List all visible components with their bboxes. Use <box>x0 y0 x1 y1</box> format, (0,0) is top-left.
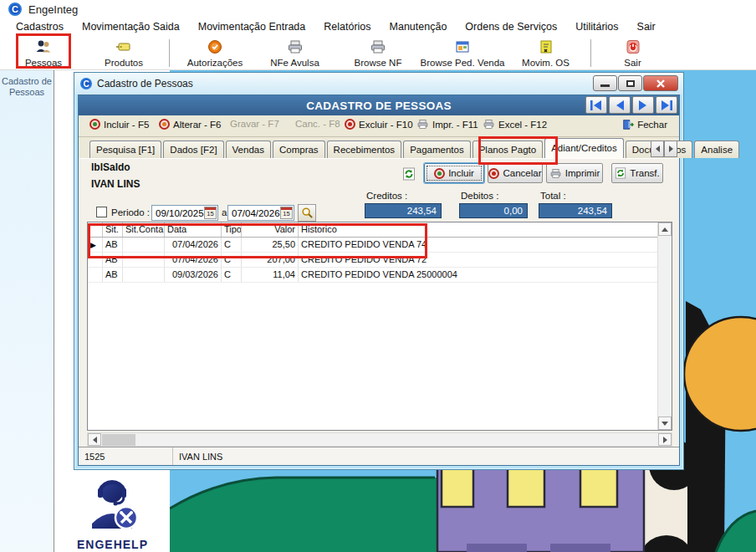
tab-recebimentos[interactable]: Recebimentos <box>327 141 402 158</box>
tab-planos-pagto[interactable]: Planos Pagto <box>472 141 543 158</box>
menu-movimentacao-entrada[interactable]: Movimentação Entrada <box>189 19 315 35</box>
minimize-button[interactable] <box>593 75 617 91</box>
gravar-f7-button[interactable]: Gravar - F7 <box>230 119 279 129</box>
toolbar-produtos-button[interactable]: Produtos <box>86 38 161 69</box>
record-navigator <box>585 96 677 114</box>
creditos-grid[interactable]: Sit. Sit.Conta Data Tipo Valor Historico… <box>87 222 672 431</box>
incluir-icon <box>434 168 445 179</box>
transf-button[interactable]: Transf. <box>611 163 663 183</box>
tab-pagamentos[interactable]: Pagamentos <box>403 141 471 158</box>
excel-f12-button[interactable]: Excel - F12 <box>483 119 547 130</box>
arrow-right-icon <box>663 437 667 443</box>
close-button[interactable] <box>643 75 678 91</box>
toolbar-browse-nf-button[interactable]: Browse NF <box>341 38 415 69</box>
engehelp-panel: ENGEHELP <box>55 470 170 552</box>
menu-movimentacao-saida[interactable]: Movimentação Saida <box>73 19 189 35</box>
tab-vendas[interactable]: Vendas <box>226 141 271 158</box>
service-order-icon <box>538 39 554 54</box>
people-icon <box>35 39 52 54</box>
toolbar-nfe-avulsa-button[interactable]: NFe Avulsa <box>259 38 330 69</box>
grid-row-1[interactable]: ▶ AB 07/04/2026 C 25,50 CREDITO PEDIDO V… <box>88 238 672 253</box>
scrollbar-thumb[interactable] <box>102 434 135 446</box>
grid-horizontal-scrollbar[interactable] <box>87 432 672 447</box>
menu-relatorios[interactable]: Relatórios <box>314 19 380 35</box>
canc-f8-button[interactable]: Canc. - F8 <box>295 119 340 129</box>
incluir-f5-button[interactable]: Incluir - F5 <box>89 119 149 130</box>
arrow-up-icon <box>662 227 668 232</box>
debitos-label: Debitos : <box>461 191 498 201</box>
window-title: Cadastro de Pessoas <box>97 78 193 89</box>
menu-sair[interactable]: Sair <box>628 19 665 35</box>
toolbar-pessoas-button[interactable]: Pessoas <box>18 38 69 69</box>
prev-record-button[interactable] <box>609 96 631 114</box>
toolbar-autorizacoes-button[interactable]: Autorizações <box>177 38 253 69</box>
search-period-button[interactable] <box>298 204 316 222</box>
tab-analise[interactable]: Analise <box>694 141 739 158</box>
excluir-f10-button[interactable]: Excluir - F10 <box>345 119 413 130</box>
maximize-icon <box>626 80 635 87</box>
scroll-left-button[interactable] <box>88 433 101 446</box>
window-titlebar[interactable]: C Cadastro de Pessoas <box>74 73 683 95</box>
col-sit-conta: Sit.Conta <box>123 222 165 237</box>
screen: C EngeInteg Cadastros Movimentação Saida… <box>0 0 756 552</box>
periodo-to-field[interactable]: 07/04/2026 15 <box>227 205 294 221</box>
last-record-button[interactable] <box>656 96 677 114</box>
menu-manutencao[interactable]: Manutenção <box>381 19 457 35</box>
first-record-button[interactable] <box>585 96 607 114</box>
power-icon <box>625 39 641 54</box>
tab-dados[interactable]: Dados [F2] <box>163 141 223 158</box>
tab-bar: Pesquisa [F1] Dados [F2] Vendas Compras … <box>79 137 679 158</box>
scroll-down-button[interactable] <box>658 417 672 430</box>
scroll-right-button[interactable] <box>658 433 672 446</box>
sidebar-caption: Cadastro de Pessoas <box>0 76 54 98</box>
calendar-icon[interactable]: 15 <box>280 207 293 219</box>
printer-icon <box>370 39 386 54</box>
tab-scroll-left-button[interactable] <box>651 141 664 157</box>
toolbar-sair-button[interactable]: Sair <box>597 38 668 69</box>
grid-row-3[interactable]: AB 09/03/2026 C 11,04 CREDITO PEDIDO VEN… <box>88 268 672 283</box>
arrow-left-icon <box>656 146 660 152</box>
toolbar-browse-ped-venda-button[interactable]: Browse Ped. Venda <box>418 38 507 69</box>
scroll-up-button[interactable] <box>658 222 672 236</box>
calendar-icon[interactable]: 15 <box>204 207 217 219</box>
total-value: 243,54 <box>539 203 612 218</box>
search-icon <box>301 207 314 219</box>
left-sidebar: Cadastro de Pessoas <box>0 70 54 552</box>
tab-scroll-right-button[interactable] <box>664 141 677 157</box>
tab-compras[interactable]: Compras <box>273 141 325 158</box>
alterar-f6-button[interactable]: Alterar - F6 <box>159 119 222 130</box>
incluir-button[interactable]: Incluir <box>424 163 484 183</box>
cancelar-button[interactable]: Cancelar <box>488 163 543 183</box>
window-icon: C <box>80 78 92 89</box>
maximize-button[interactable] <box>618 75 642 91</box>
total-label: Total : <box>540 191 566 201</box>
menu-cadastros[interactable]: Cadastros <box>7 19 73 35</box>
tab-scroll-buttons <box>651 141 677 157</box>
first-record-icon <box>589 100 604 111</box>
refresh-icon <box>402 167 416 181</box>
menu-utilitarios[interactable]: Utilitários <box>566 19 627 35</box>
tab-pesquisa[interactable]: Pesquisa [F1] <box>89 141 161 158</box>
next-record-button[interactable] <box>632 96 654 114</box>
grid-vertical-scrollbar[interactable] <box>657 222 672 430</box>
menu-ordens-de-servicos[interactable]: Ordens de Serviços <box>456 19 566 35</box>
tag-icon <box>115 39 132 54</box>
fechar-button[interactable]: Fechar <box>622 119 667 130</box>
creditos-label: Creditos : <box>366 191 407 201</box>
browse-window-icon <box>454 39 471 54</box>
refresh-button[interactable] <box>401 166 417 182</box>
arrow-right-icon <box>669 146 673 152</box>
col-data: Data <box>165 222 222 237</box>
grid-row-2[interactable]: AB 07/04/2026 C 207,00 CREDITO PEDIDO VE… <box>88 253 672 268</box>
impr-f11-button[interactable]: Impr. - F11 <box>416 119 478 130</box>
printer-icon <box>549 168 562 179</box>
imprimir-button[interactable]: Imprimir <box>546 163 603 183</box>
periodo-from-field[interactable]: 09/10/2025 15 <box>151 205 218 221</box>
support-headset-icon <box>82 470 144 534</box>
periodo-checkbox[interactable] <box>96 207 107 217</box>
main-toolbar: Pessoas Produtos Autorizações NFe Avulsa… <box>0 36 756 70</box>
toolbar-movim-os-button[interactable]: Movim. OS <box>510 38 581 69</box>
arrow-down-icon <box>662 422 668 426</box>
cancelar-icon <box>488 168 499 179</box>
tab-adiant-creditos[interactable]: Adiant/Creditos <box>544 138 624 158</box>
